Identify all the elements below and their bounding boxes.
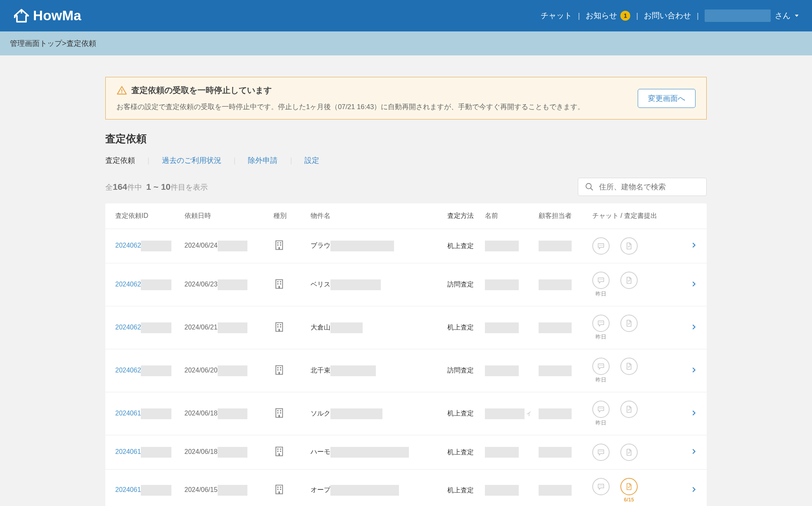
appraisal-method: 訪問査定 <box>447 280 485 289</box>
user-menu[interactable]: さん <box>705 10 800 22</box>
request-id-link[interactable]: 2024061 <box>115 448 141 455</box>
svg-rect-18 <box>278 329 280 331</box>
svg-rect-38 <box>277 487 278 488</box>
redacted <box>330 241 394 251</box>
breadcrumb-top[interactable]: 管理画面トップ <box>10 38 62 48</box>
alert-description: お客様の設定で査定依頼の受取を一時停止中です。停止した1ヶ月後（07/21 16… <box>116 103 584 112</box>
nav-chat[interactable]: チャット <box>541 10 572 21</box>
property-name: 北千束 <box>311 367 330 374</box>
breadcrumb-current: 査定依頼 <box>66 38 96 48</box>
tab-requests[interactable]: 査定依頼 <box>105 155 135 165</box>
document-button[interactable]: 6/15 <box>620 478 638 503</box>
request-id-link[interactable]: 2024062 <box>115 281 141 288</box>
document-button[interactable] <box>620 315 638 332</box>
chat-button[interactable]: 昨日 <box>592 401 610 427</box>
svg-rect-41 <box>280 489 281 490</box>
house-roof-icon <box>12 7 31 25</box>
chevron-right-icon <box>691 449 697 454</box>
request-id-link[interactable]: 2024062 <box>115 242 141 249</box>
col-property: 物件名 <box>311 212 447 220</box>
request-id-link[interactable]: 2024062 <box>115 367 141 374</box>
chat-button[interactable] <box>592 237 610 255</box>
svg-rect-20 <box>277 367 278 368</box>
table-row[interactable]: 20240622024/06/21大倉山机上査定昨日 <box>105 306 707 349</box>
change-settings-button[interactable]: 変更画面へ <box>638 89 696 108</box>
nav-divider: | <box>697 11 699 20</box>
col-action: チャット / 査定書提出 <box>592 212 680 220</box>
chat-button[interactable] <box>592 444 610 461</box>
tab-exclusion[interactable]: 除外申請 <box>248 155 278 165</box>
nav-news[interactable]: お知らせ 1 <box>586 10 630 21</box>
nav-contact[interactable]: お問い合わせ <box>644 10 691 21</box>
table-row[interactable]: 20240612024/06/15オープ机上査定6/15 <box>105 469 707 506</box>
chat-button[interactable]: 昨日 <box>592 272 610 298</box>
request-id-link[interactable]: 2024062 <box>115 324 141 331</box>
redacted <box>539 485 572 496</box>
svg-rect-2 <box>277 242 278 243</box>
search-icon <box>585 182 594 191</box>
chat-button[interactable]: 昨日 <box>592 315 610 341</box>
redacted <box>141 485 171 496</box>
document-button[interactable] <box>620 237 638 255</box>
chevron-right-icon <box>691 487 697 492</box>
chat-button[interactable] <box>592 478 610 495</box>
svg-rect-11 <box>280 283 281 284</box>
svg-rect-8 <box>277 281 278 282</box>
building-icon <box>273 446 285 457</box>
redacted <box>330 279 381 290</box>
search-input-wrap[interactable] <box>578 178 707 196</box>
table-row[interactable]: 20240622024/06/24ブラウ机上査定 <box>105 229 707 263</box>
document-button[interactable] <box>620 444 638 461</box>
building-icon <box>273 321 285 333</box>
table-row[interactable]: 20240612024/06/18ソルク机上査定 イ昨日 <box>105 392 707 435</box>
table-row[interactable]: 20240622024/06/23ベリス訪問査定昨日 <box>105 263 707 306</box>
redacted <box>330 485 399 496</box>
redacted <box>218 447 247 458</box>
nav-divider: | <box>578 11 580 20</box>
nav-news-label: お知らせ <box>586 10 617 21</box>
document-button[interactable] <box>620 401 638 418</box>
redacted <box>330 365 376 376</box>
table-row[interactable]: 20240612024/06/18ハーモ机上査定 <box>105 435 707 469</box>
property-name: ハーモ <box>311 448 330 455</box>
svg-rect-39 <box>280 487 281 488</box>
redacted <box>141 241 171 251</box>
redacted <box>485 447 519 458</box>
logo[interactable]: HowMa <box>12 7 81 25</box>
svg-rect-5 <box>280 244 281 246</box>
warning-icon <box>116 85 127 96</box>
svg-rect-36 <box>278 453 280 456</box>
appraisal-method: 机上査定 <box>447 323 485 332</box>
nav-divider: | <box>636 11 638 20</box>
chevron-right-icon <box>691 324 697 330</box>
redacted <box>141 322 171 333</box>
appraisal-method: 訪問査定 <box>447 366 485 375</box>
table-row[interactable]: 20240622024/06/20北千束訪問査定昨日 <box>105 349 707 392</box>
svg-rect-26 <box>277 410 278 411</box>
svg-rect-3 <box>280 242 281 243</box>
svg-rect-29 <box>280 412 281 413</box>
col-rep: 顧客担当者 <box>539 212 592 220</box>
redacted <box>218 485 247 496</box>
search-input[interactable] <box>599 183 700 191</box>
appraisal-method: 机上査定 <box>447 242 485 251</box>
tab-settings[interactable]: 設定 <box>304 155 319 165</box>
svg-point-0 <box>586 184 591 189</box>
building-icon <box>273 239 285 251</box>
redacted <box>218 322 247 333</box>
global-header: HowMa チャット | お知らせ 1 | お問い合わせ | さん <box>0 0 812 31</box>
request-id-link[interactable]: 2024061 <box>115 410 141 417</box>
chevron-right-icon <box>691 367 697 373</box>
request-id-link[interactable]: 2024061 <box>115 486 141 493</box>
document-button[interactable] <box>620 358 638 375</box>
document-button[interactable] <box>620 272 638 289</box>
property-name: ブラウ <box>311 242 330 249</box>
tab-past-usage[interactable]: 過去のご利用状況 <box>162 155 221 165</box>
notification-badge: 1 <box>620 11 630 21</box>
page-title: 査定依頼 <box>105 132 707 146</box>
redacted <box>141 447 171 458</box>
property-name: オープ <box>311 486 330 493</box>
svg-rect-15 <box>280 324 281 325</box>
building-icon <box>273 278 285 290</box>
chat-button[interactable]: 昨日 <box>592 358 610 384</box>
